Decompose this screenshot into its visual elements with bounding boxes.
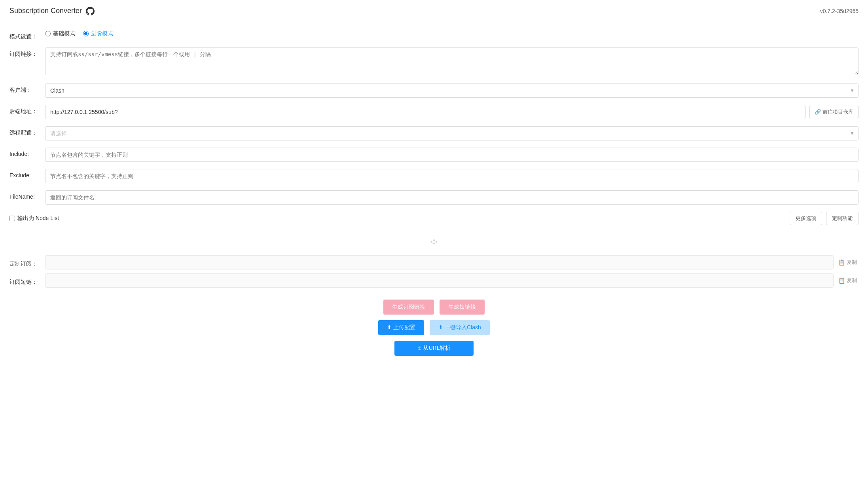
app-title: Subscription Converter [9, 7, 82, 15]
gen-short-button[interactable]: 生成短链接 [440, 300, 485, 315]
remote-config-control: 请选择 ▼ [45, 126, 859, 140]
include-input[interactable] [45, 148, 859, 162]
custom-sub-row: 定制订阅： 📋 复制 [9, 255, 859, 269]
exclude-control [45, 169, 859, 183]
advanced-mode-input[interactable] [83, 31, 89, 36]
client-control: Clash Surge Quantumult Quantumult X Loon… [45, 83, 859, 98]
action-area: 生成订阅链接 生成短链接 ⬆ 上传配置 ⬆ 一键导入Clash ⊙ 从URL解析 [9, 292, 859, 364]
custom-sub-input[interactable] [45, 255, 834, 269]
backend-row: 后端地址： 🔗 前往项目仓库 [9, 105, 859, 119]
custom-sub-label: 定制订阅： [9, 257, 45, 267]
exclude-label: Exclude: [9, 169, 45, 178]
filename-row: FileName: [9, 190, 859, 205]
basic-mode-input[interactable] [45, 31, 51, 36]
include-control [45, 148, 859, 162]
more-options-button[interactable]: 更多选项 [790, 212, 822, 225]
svg-point-2 [436, 241, 437, 243]
short-link-input[interactable] [45, 273, 834, 288]
remote-config-row: 远程配置： 请选择 ▼ [9, 126, 859, 140]
backend-input[interactable] [45, 105, 805, 119]
action-row-1: 生成订阅链接 生成短链接 [383, 300, 485, 315]
include-row: Include: [9, 148, 859, 162]
node-list-checkbox-label[interactable]: 输出为 Node List [9, 215, 59, 222]
subscription-control [45, 47, 859, 76]
subscription-input[interactable] [45, 47, 859, 75]
svg-point-0 [431, 241, 432, 243]
short-link-label: 订阅短链： [9, 275, 45, 286]
short-link-row: 订阅短链： 📋 复制 [9, 273, 859, 288]
divider-area [9, 232, 859, 251]
upload-config-button[interactable]: ⬆ 上传配置 [378, 320, 424, 335]
filename-label: FileName: [9, 190, 45, 200]
node-list-checkbox[interactable] [9, 216, 15, 221]
custom-sub-copy-button[interactable]: 📋 复制 [837, 259, 859, 266]
mode-options: 基础模式 进阶模式 [45, 30, 859, 37]
basic-mode-label: 基础模式 [53, 30, 75, 37]
svg-point-3 [433, 243, 435, 244]
client-select[interactable]: Clash Surge Quantumult Quantumult X Loon… [45, 83, 859, 98]
import-clash-button[interactable]: ⬆ 一键导入Clash [430, 320, 490, 335]
subscription-row: 订阅链接： [9, 47, 859, 76]
mode-label: 模式设置： [9, 30, 45, 40]
include-label: Include: [9, 148, 45, 157]
custom-sub-copy-label: 复制 [847, 259, 857, 266]
exclude-input[interactable] [45, 169, 859, 183]
exclude-row: Exclude: [9, 169, 859, 183]
short-link-copy-label: 复制 [847, 277, 857, 284]
filename-control [45, 190, 859, 205]
node-list-label: 输出为 Node List [17, 215, 59, 222]
version-label: v0.7.2-35d2965 [820, 8, 859, 14]
client-label: 客户端： [9, 83, 45, 94]
custom-func-button[interactable]: 定制功能 [826, 212, 859, 225]
client-select-wrapper: Clash Surge Quantumult Quantumult X Loon… [45, 83, 859, 98]
backend-control: 🔗 前往项目仓库 [45, 105, 859, 119]
short-link-control: 📋 复制 [45, 273, 859, 288]
options-row: 输出为 Node List 更多选项 定制功能 [9, 212, 859, 225]
backend-label: 后端地址： [9, 105, 45, 115]
main-content: 模式设置： 基础模式 进阶模式 订阅链接： 客户端： Clash Surge [0, 22, 868, 372]
mode-row: 模式设置： 基础模式 进阶模式 [9, 30, 859, 40]
options-right: 更多选项 定制功能 [790, 212, 859, 225]
header: Subscription Converter v0.7.2-35d2965 [0, 0, 868, 22]
repo-link-button[interactable]: 🔗 前往项目仓库 [809, 105, 859, 119]
parse-url-button[interactable]: ⊙ 从URL解析 [394, 341, 474, 356]
remote-config-select-wrapper: 请选择 ▼ [45, 126, 859, 140]
custom-sub-control: 📋 复制 [45, 255, 859, 269]
github-icon[interactable] [86, 7, 95, 15]
subscription-label: 订阅链接： [9, 47, 45, 58]
copy-icon: 📋 [838, 259, 845, 266]
svg-point-1 [433, 239, 435, 241]
divider-icon [428, 236, 440, 247]
header-left: Subscription Converter [9, 7, 95, 15]
short-link-copy-button[interactable]: 📋 复制 [837, 277, 859, 284]
options-left: 输出为 Node List [9, 215, 59, 222]
client-row: 客户端： Clash Surge Quantumult Quantumult X… [9, 83, 859, 98]
backend-input-row: 🔗 前往项目仓库 [45, 105, 859, 119]
action-row-2: ⬆ 上传配置 ⬆ 一键导入Clash [378, 320, 490, 335]
remote-config-select[interactable]: 请选择 [45, 126, 859, 140]
remote-config-label: 远程配置： [9, 126, 45, 137]
copy-icon-2: 📋 [838, 277, 845, 284]
gen-sub-button[interactable]: 生成订阅链接 [383, 300, 434, 315]
basic-mode-radio[interactable]: 基础模式 [45, 30, 75, 37]
advanced-mode-radio[interactable]: 进阶模式 [83, 30, 113, 37]
advanced-mode-label: 进阶模式 [91, 30, 113, 37]
filename-input[interactable] [45, 190, 859, 205]
action-row-3: ⊙ 从URL解析 [394, 341, 474, 356]
